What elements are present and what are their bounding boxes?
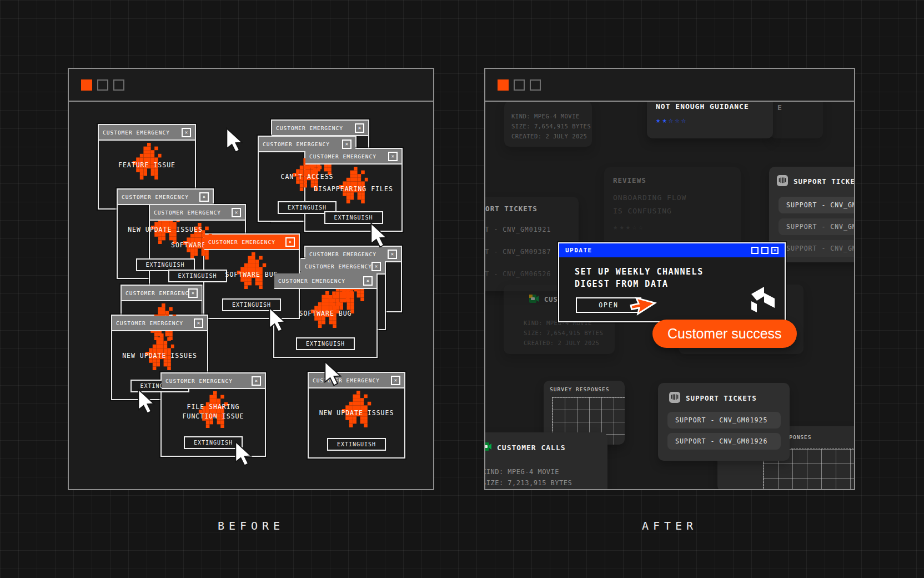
mouse-cursor-icon — [370, 222, 388, 251]
emergency-label: CAN'T ACCESS — [259, 172, 355, 182]
emergency-window-titlebar[interactable]: CUSTOMER EMERGENCY✕ — [272, 121, 368, 136]
metadata-line: KIND: MPEG-4 MOVIE — [511, 111, 592, 121]
window-control-minimize[interactable] — [97, 79, 108, 91]
meet-icon — [529, 295, 539, 305]
metadata-line: SIZE: 7,654,915 BYTES — [511, 121, 592, 131]
minimize-icon[interactable] — [751, 247, 759, 254]
close-icon[interactable]: ✕ — [182, 128, 191, 137]
update-window-controls: ✕ — [751, 247, 779, 254]
close-icon[interactable]: ✕ — [771, 247, 779, 254]
emergency-window-titlebar[interactable]: CUSTOMER EMERGENCY✕ — [118, 190, 213, 205]
emergency-window-title: CUSTOMER EMERGENCY — [208, 239, 275, 245]
emergency-window-titlebar[interactable]: CUSTOMER EMERGENCY✕ — [99, 125, 195, 141]
page-background: CUSTOMER EMERGENCY✕CUSTOMER EMERGENCY✕CA… — [0, 0, 924, 578]
after-panel: KIND: MPEG-4 MOVIESIZE: 7,654,915 BYTESC… — [484, 68, 855, 490]
emergency-window-titlebar[interactable]: CUSTOMER EMERGENCY✕ — [112, 316, 207, 331]
emergency-window-titlebar[interactable]: CUSTOMER EMERGENCY✕ — [162, 373, 265, 389]
mouse-cursor-icon — [226, 127, 243, 156]
emergency-window-titlebar[interactable]: CUSTOMER EMERGENCY✕ — [309, 373, 404, 388]
reviews-header: REVIEWS — [613, 176, 741, 185]
extinguish-button[interactable]: EXTINGUISH — [327, 438, 386, 451]
ticket-item[interactable]: SUPPORT - CNV_GM06526 — [779, 240, 855, 257]
before-label: BEFORE — [68, 519, 434, 532]
emergency-window-titlebar[interactable]: CUSTOMER EMERGENCY✕ — [150, 205, 245, 221]
close-icon[interactable]: ✕ — [371, 262, 381, 271]
ticket-item[interactable]: SUPPORT - CNV_GM01925 — [667, 412, 781, 428]
star-rating: ★★★☆☆ — [613, 222, 741, 231]
emergency-window-titlebar[interactable]: CUSTOMER EMERGENCY✕ — [301, 259, 385, 275]
survey-responses-title: SURVEY RESPONSES — [550, 386, 610, 392]
customer-calls-card: CUSTOMER CALLSKIND: MPEG-4 MOVIESIZE: 7,… — [484, 432, 607, 490]
file-metadata-card: KIND: MPEG-4 MOVIESIZE: 7,654,915 BYTESC… — [504, 101, 592, 147]
support-tickets-title: SUPPORT TICKETS — [794, 177, 855, 186]
window-control-maximize[interactable] — [113, 79, 124, 91]
emergency-label: FEATURE ISSUE — [99, 161, 195, 170]
emergency-window-title: CUSTOMER EMERGENCY — [125, 290, 188, 296]
emergency-label: NEW UPDATE ISSUES — [118, 225, 213, 235]
close-icon[interactable]: ✕ — [355, 123, 364, 133]
emergency-window-title: CUSTOMER EMERGENCY — [309, 251, 376, 257]
emergency-window-title: CUSTOMER EMERGENCY — [103, 129, 170, 136]
emergency-window-title: CUSTOMER EMERGENCY — [276, 125, 343, 131]
emergency-window-titlebar[interactable]: CUSTOMER EMERGENCY✕ — [204, 235, 299, 250]
update-message: SET UP WEEKLY CHANNELSDIGEST FROM DATA — [559, 257, 785, 290]
mouse-cursor-icon — [138, 388, 155, 417]
update-window: UPDATE✕SET UP WEEKLY CHANNELSDIGEST FROM… — [558, 242, 786, 322]
review-card-fragment: E — [770, 96, 823, 138]
reviews-card: REVIEWSONBOARDING FLOWIS CONFUSING★★★☆☆ — [604, 167, 741, 248]
support-tickets-header: SUPPORT TICKETS — [669, 392, 757, 405]
extinguish-button[interactable]: EXTINGUISH — [296, 337, 355, 350]
star-rating: ★★☆☆☆ — [656, 116, 773, 124]
support-tickets-header: SUPPORT TICKETS — [777, 175, 855, 188]
update-window-titlebar[interactable]: UPDATE✕ — [559, 243, 785, 257]
emergency-window-title: CUSTOMER EMERGENCY — [165, 378, 233, 384]
ticket-item[interactable]: SUPPORT - CNV_GM09387 — [484, 248, 551, 256]
ticket-item[interactable]: SUPPORT - CNV_GM09387 — [779, 218, 855, 235]
window-control-minimize[interactable] — [514, 79, 525, 91]
orange-cursor-icon — [631, 296, 655, 322]
emergency-window-titlebar[interactable]: CUSTOMER EMERGENCY✕ — [122, 286, 202, 301]
emergency-window: CUSTOMER EMERGENCY✕DISAPPEARING FILESEXT… — [304, 148, 403, 232]
emergency-window-titlebar[interactable]: CUSTOMER EMERGENCY✕ — [305, 149, 401, 165]
emergency-label: DISAPPEARING FILES — [305, 185, 401, 194]
ticket-item[interactable]: SUPPORT - CNV_GM06526 — [484, 270, 551, 278]
close-icon[interactable]: ✕ — [363, 276, 373, 286]
close-icon[interactable]: ✕ — [194, 318, 203, 328]
metadata-line: CREATED: 2 JULY 2025 — [524, 338, 599, 348]
emergency-window-title: CUSTOMER EMERGENCY — [313, 377, 380, 383]
emergency-window: CUSTOMER EMERGENCY✕SOFTWARE BUGEXTINGUIS… — [273, 272, 378, 358]
customer-success-pill[interactable]: Customer success — [652, 320, 797, 348]
emergency-window-title: CUSTOMER EMERGENCY — [309, 153, 376, 160]
close-icon[interactable]: ✕ — [285, 237, 295, 247]
ticket-item[interactable]: SUPPORT - CNV_GM01921 — [484, 226, 551, 233]
metadata-line: CREATED: 2 JULY 2025 — [484, 489, 568, 490]
reviews-text: ONBOARDING FLOWIS CONFUSING — [613, 191, 741, 218]
window-control-close[interactable] — [498, 79, 509, 91]
metadata-line: CREATED: 2 JULY 2025 — [511, 131, 592, 141]
close-icon[interactable]: ✕ — [391, 376, 400, 385]
window-control-close[interactable] — [81, 79, 92, 91]
mouse-cursor-icon — [235, 441, 252, 469]
intercom-icon — [669, 392, 680, 405]
ticket-item[interactable]: SUPPORT - CNV_GM01926 — [667, 433, 781, 450]
close-icon[interactable]: ✕ — [188, 288, 198, 298]
before-panel-titlebar — [69, 69, 433, 102]
close-icon[interactable]: ✕ — [252, 376, 261, 386]
close-icon[interactable]: ✕ — [388, 250, 397, 259]
close-icon[interactable]: ✕ — [199, 192, 209, 202]
support-tickets-title: SUPPORT TICKETS — [686, 394, 757, 402]
review-title: NOT ENOUGH GUIDANCE — [656, 102, 773, 111]
extinguish-button[interactable]: EXTINGUISH — [184, 436, 243, 449]
close-icon[interactable]: ✕ — [388, 152, 398, 161]
emergency-window-titlebar[interactable]: CUSTOMER EMERGENCY✕ — [274, 273, 376, 289]
after-panel-titlebar — [485, 69, 854, 102]
ticket-item[interactable]: SUPPORT - CNV_GM01921 — [779, 197, 855, 213]
window-control-maximize[interactable] — [530, 79, 541, 91]
emergency-window-title: CUSTOMER EMERGENCY — [116, 320, 183, 326]
emergency-label: NEW UPDATE ISSUES — [309, 408, 404, 418]
emergency-label: FILE SHARINGFUNCTION ISSUE — [162, 402, 265, 421]
brand-logo-icon — [751, 287, 775, 315]
close-icon[interactable]: ✕ — [342, 139, 351, 149]
maximize-icon[interactable] — [761, 247, 769, 254]
close-icon[interactable]: ✕ — [232, 208, 241, 217]
